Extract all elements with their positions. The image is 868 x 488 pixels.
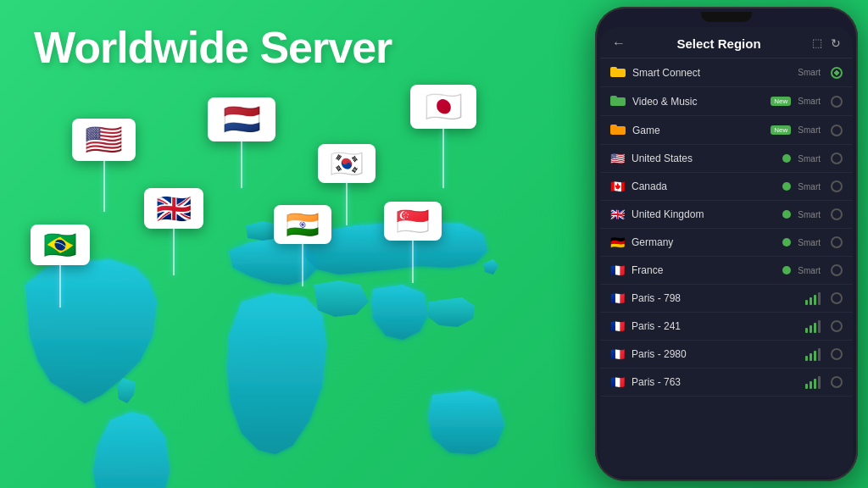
back-button[interactable]: ←	[612, 36, 626, 51]
flag-pin-brazil: 🇧🇷	[31, 225, 90, 308]
flag-usa: 🇺🇸	[72, 119, 136, 161]
region-item-fr[interactable]: 🇫🇷FranceSmart	[600, 257, 853, 285]
phone-device: ← Select Region ⬚ ↻ Smart ConnectSmart V…	[595, 7, 858, 481]
region-name-game: Game	[632, 125, 760, 136]
flag-pin-india: 🇮🇳	[274, 205, 331, 286]
region-badge-game: New	[771, 125, 791, 135]
pin-line-nl	[241, 141, 242, 188]
region-item-paris-2980[interactable]: 🇫🇷Paris - 2980	[600, 341, 853, 369]
region-radio-paris-798[interactable]	[831, 292, 843, 304]
region-dot-uk	[782, 210, 791, 219]
pin-line-usa	[103, 161, 105, 212]
region-flag-ca: 🇨🇦	[610, 180, 625, 193]
region-radio-paris-763[interactable]	[831, 376, 843, 388]
svg-rect-1	[610, 67, 617, 71]
pin-line-uk	[173, 229, 175, 275]
region-flag-paris-798: 🇫🇷	[610, 291, 625, 305]
signal-bars-paris-241	[805, 320, 821, 333]
region-item-paris-241[interactable]: 🇫🇷Paris - 241	[600, 313, 853, 341]
region-label-us: Smart	[798, 154, 821, 164]
region-radio-fr[interactable]	[831, 264, 843, 276]
region-label-fr: Smart	[798, 266, 821, 275]
flag-pin-usa: 🇺🇸	[72, 119, 136, 212]
flag-india: 🇮🇳	[274, 205, 331, 244]
region-dot-fr	[782, 266, 791, 274]
screen-header: ← Select Region ⬚ ↻	[600, 27, 853, 58]
region-flag-uk: 🇬🇧	[610, 208, 625, 221]
region-item-video-music[interactable]: Video & MusicNewSmart	[600, 87, 853, 116]
region-radio-game[interactable]	[831, 125, 843, 136]
region-list[interactable]: Smart ConnectSmart Video & MusicNewSmart…	[600, 58, 853, 476]
region-flag-smart-connect	[610, 65, 626, 80]
region-item-game[interactable]: GameNewSmart	[600, 116, 853, 145]
pin-line-jp	[442, 129, 444, 188]
pin-line-kr	[346, 183, 348, 225]
flag-pin-uk: 🇬🇧	[144, 188, 203, 275]
svg-rect-5	[610, 125, 617, 129]
region-name-us: United States	[632, 152, 776, 164]
region-name-paris-241: Paris - 241	[632, 320, 798, 332]
region-radio-paris-2980[interactable]	[831, 348, 843, 360]
pin-line-in	[302, 244, 303, 286]
save-icon[interactable]: ⬚	[812, 36, 822, 50]
region-flag-de: 🇩🇪	[610, 236, 625, 249]
screen-title: Select Region	[676, 36, 760, 51]
flag-japan: 🇯🇵	[410, 85, 476, 129]
flag-pin-netherlands: 🇳🇱	[208, 97, 275, 188]
region-label-de: Smart	[798, 238, 821, 247]
region-name-paris-763: Paris - 763	[632, 376, 798, 388]
region-name-smart-connect: Smart Connect	[632, 67, 791, 79]
phone-screen: ← Select Region ⬚ ↻ Smart ConnectSmart V…	[600, 27, 853, 476]
header-icons: ⬚ ↻	[812, 36, 841, 50]
region-name-de: Germany	[632, 236, 776, 248]
region-item-paris-798[interactable]: 🇫🇷Paris - 798	[600, 285, 853, 313]
pin-line-br	[59, 265, 61, 308]
region-name-fr: France	[632, 264, 776, 276]
region-radio-us[interactable]	[831, 152, 843, 164]
region-item-ca[interactable]: 🇨🇦CanadaSmart	[600, 173, 853, 201]
phone-notch	[701, 12, 752, 22]
refresh-icon[interactable]: ↻	[831, 36, 841, 50]
region-dot-ca	[782, 182, 791, 191]
region-item-paris-763[interactable]: 🇫🇷Paris - 763	[600, 369, 853, 396]
region-name-paris-2980: Paris - 2980	[632, 348, 798, 360]
region-name-video-music: Video & Music	[632, 96, 760, 108]
flag-uk: 🇬🇧	[144, 188, 203, 229]
flag-korea: 🇰🇷	[318, 144, 376, 183]
region-radio-ca[interactable]	[831, 180, 843, 192]
left-section: Worldwide Server	[0, 0, 559, 488]
region-dot-us	[782, 154, 791, 163]
region-radio-smart-connect[interactable]	[831, 67, 843, 79]
flag-pin-singapore: 🇸🇬	[384, 202, 442, 283]
region-radio-paris-241[interactable]	[831, 320, 843, 332]
region-flag-paris-763: 🇫🇷	[610, 375, 625, 389]
region-dot-de	[782, 238, 791, 247]
region-item-smart-connect[interactable]: Smart ConnectSmart	[600, 58, 853, 87]
flag-singapore: 🇸🇬	[384, 202, 442, 241]
region-badge-video-music: New	[771, 97, 791, 106]
region-item-uk[interactable]: 🇬🇧United KingdomSmart	[600, 201, 853, 229]
region-flag-us: 🇺🇸	[610, 152, 625, 165]
pin-line-sg	[412, 241, 414, 283]
region-flag-video-music	[610, 94, 626, 108]
region-label-smart-connect: Smart	[798, 68, 821, 77]
flag-brazil: 🇧🇷	[31, 225, 90, 265]
region-label-ca: Smart	[798, 182, 821, 191]
region-radio-video-music[interactable]	[831, 96, 843, 108]
svg-rect-3	[610, 96, 617, 100]
region-item-de[interactable]: 🇩🇪GermanySmart	[600, 229, 853, 257]
region-flag-paris-2980: 🇫🇷	[610, 347, 625, 361]
region-radio-de[interactable]	[831, 236, 843, 248]
region-flag-fr: 🇫🇷	[610, 263, 625, 277]
region-label-uk: Smart	[798, 210, 821, 219]
region-radio-uk[interactable]	[831, 208, 843, 220]
signal-bars-paris-798	[805, 292, 821, 305]
flag-netherlands: 🇳🇱	[208, 97, 275, 141]
flag-pin-japan: 🇯🇵	[410, 85, 476, 188]
region-label-video-music: Smart	[798, 97, 821, 106]
region-item-us[interactable]: 🇺🇸United StatesSmart	[600, 145, 853, 173]
region-name-ca: Canada	[632, 180, 776, 192]
region-flag-game	[610, 123, 626, 137]
region-flag-paris-241: 🇫🇷	[610, 319, 625, 333]
region-name-uk: United Kingdom	[632, 208, 776, 220]
